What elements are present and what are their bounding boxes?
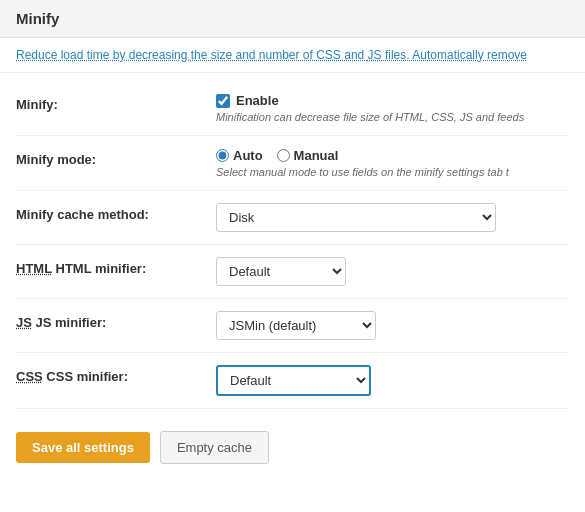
cache-method-select[interactable]: Disk File Memory (216, 203, 496, 232)
minify-enable-label: Enable (236, 93, 279, 108)
minify-mode-row: Minify mode: Auto Manual Select manual m… (16, 136, 569, 191)
mode-subtext: Select manual mode to use fields on the … (216, 166, 569, 178)
cache-method-row: Minify cache method: Disk File Memory (16, 191, 569, 245)
minify-subtext: Minification can decrease file size of H… (216, 111, 569, 123)
settings-container: Minify: Enable Minification can decrease… (0, 73, 585, 417)
minify-label: Minify: (16, 93, 216, 112)
description-text: Reduce load time by decreasing the size … (16, 48, 527, 62)
js-link: JS (368, 48, 382, 62)
js-minifier-control: JSMin (default) None YUI Closure (216, 311, 569, 340)
radio-row: Auto Manual (216, 148, 569, 163)
mode-manual-radio[interactable] (277, 149, 290, 162)
footer-buttons: Save all settings Empty cache (0, 417, 585, 478)
js-minifier-label: JS JS minifier: (16, 311, 216, 330)
html-minifier-label: HTML HTML minifier: (16, 257, 216, 276)
css-minifier-control: Default None YUI (216, 365, 569, 396)
page-title: Minify (0, 0, 585, 38)
minify-control: Enable Minification can decrease file si… (216, 93, 569, 123)
css-minifier-row: CSS CSS minifier: Default None YUI (16, 353, 569, 409)
empty-cache-button[interactable]: Empty cache (160, 431, 269, 464)
minify-mode-control: Auto Manual Select manual mode to use fi… (216, 148, 569, 178)
cache-method-control: Disk File Memory (216, 203, 569, 232)
mode-auto-radio[interactable] (216, 149, 229, 162)
css-minifier-label: CSS CSS minifier: (16, 365, 216, 384)
html-minifier-control: Default None Custom (216, 257, 569, 286)
mode-manual-label: Manual (294, 148, 339, 163)
minify-mode-label: Minify mode: (16, 148, 216, 167)
js-minifier-row: JS JS minifier: JSMin (default) None YUI… (16, 299, 569, 353)
css-minifier-select[interactable]: Default None YUI (216, 365, 371, 396)
description-bar: Reduce load time by decreasing the size … (0, 38, 585, 73)
title-text: Minify (16, 10, 59, 27)
html-minifier-row: HTML HTML minifier: Default None Custom (16, 245, 569, 299)
cache-method-label: Minify cache method: (16, 203, 216, 222)
minify-enable-checkbox[interactable] (216, 94, 230, 108)
minify-row: Minify: Enable Minification can decrease… (16, 81, 569, 136)
enable-row: Enable (216, 93, 569, 108)
html-minifier-select[interactable]: Default None Custom (216, 257, 346, 286)
mode-auto-label: Auto (233, 148, 263, 163)
js-minifier-select[interactable]: JSMin (default) None YUI Closure (216, 311, 376, 340)
css-link: CSS (316, 48, 341, 62)
save-button[interactable]: Save all settings (16, 432, 150, 463)
